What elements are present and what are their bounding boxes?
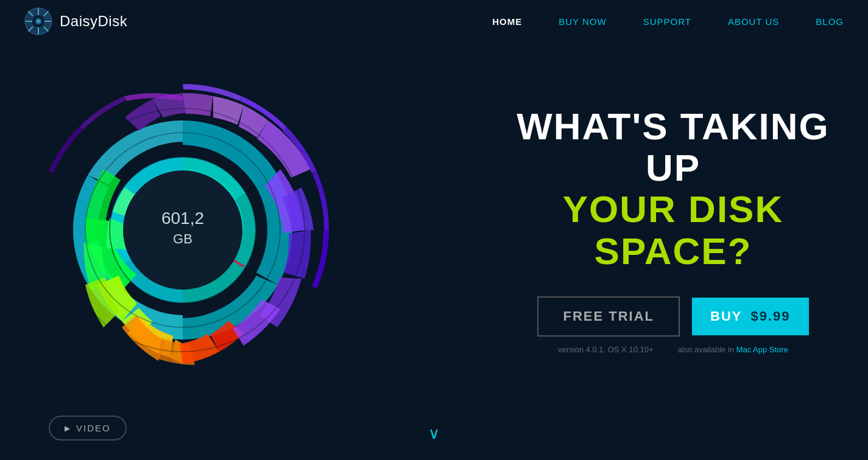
buy-label: BUY	[710, 308, 742, 324]
version-text: version 4.0.1, OS X 10.10+	[558, 345, 653, 354]
nav-home[interactable]: HOME	[492, 16, 522, 27]
svg-text:601,2: 601,2	[161, 209, 204, 228]
store-info: also available in Mac App Store	[678, 345, 788, 354]
headline-line2: YOUR DISK SPACE?	[515, 189, 831, 272]
hero-section: 601,2 GB WHAT'S TAKING UP YOUR DISK SPAC…	[0, 0, 868, 460]
headline: WHAT'S TAKING UP YOUR DISK SPACE?	[515, 106, 831, 272]
logo-text: DaisyDisk	[60, 13, 127, 30]
svg-point-3	[37, 20, 40, 23]
free-trial-button[interactable]: FREE TRIAL	[537, 296, 680, 336]
hero-content: WHAT'S TAKING UP YOUR DISK SPACE? FREE T…	[515, 106, 831, 354]
play-icon: ▶	[65, 424, 71, 433]
disk-svg: 601,2 GB	[0, 11, 402, 449]
scroll-down-arrow[interactable]: ∨	[428, 424, 440, 443]
nav-buy-now[interactable]: BUY NOW	[559, 16, 606, 27]
disk-chart: 601,2 GB	[0, 11, 402, 449]
buy-price: $9.99	[750, 308, 790, 324]
nav-about-us[interactable]: ABOUT US	[728, 16, 779, 27]
nav-links: HOME BUY NOW SUPPORT ABOUT US BLOG	[492, 16, 844, 27]
mac-app-store-link[interactable]: Mac App Store	[736, 345, 788, 354]
store-prefix: also available in	[678, 345, 736, 354]
nav-support[interactable]: SUPPORT	[643, 16, 691, 27]
logo-icon	[24, 7, 52, 35]
sub-info: version 4.0.1, OS X 10.10+ also availabl…	[515, 345, 831, 354]
navigation: DaisyDisk HOME BUY NOW SUPPORT ABOUT US …	[0, 0, 868, 43]
logo[interactable]: DaisyDisk	[24, 7, 127, 35]
buy-button[interactable]: BUY $9.99	[692, 298, 809, 335]
video-button[interactable]: ▶ VIDEO	[49, 416, 127, 441]
video-label: VIDEO	[76, 423, 111, 433]
nav-blog[interactable]: BLOG	[816, 16, 844, 27]
svg-text:GB: GB	[173, 231, 192, 246]
svg-point-10	[123, 170, 242, 290]
headline-line1: WHAT'S TAKING UP	[515, 106, 831, 189]
cta-buttons: FREE TRIAL BUY $9.99	[515, 296, 831, 336]
